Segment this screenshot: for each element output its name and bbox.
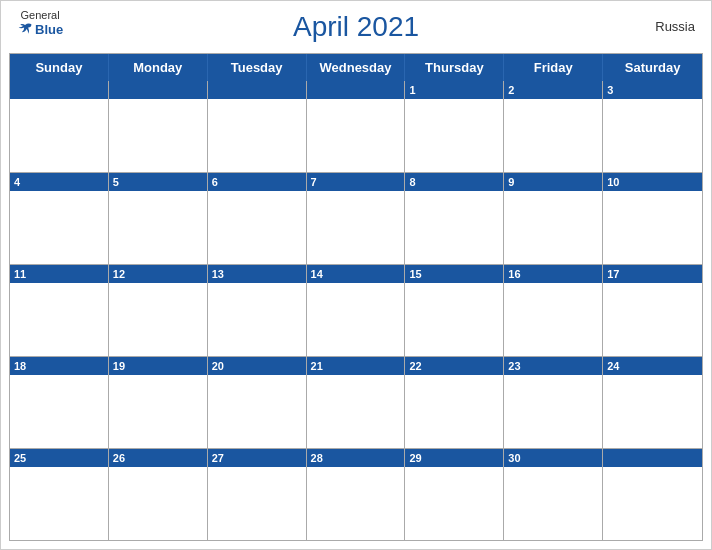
day-cell-27[interactable]: 27 [208, 449, 307, 540]
logo: General Blue [17, 9, 63, 37]
day-cell-18[interactable]: 18 [10, 357, 109, 448]
logo-blue-text: Blue [17, 21, 63, 37]
day-cell-20[interactable]: 20 [208, 357, 307, 448]
day-cell-30[interactable]: 30 [504, 449, 603, 540]
day-cell-10[interactable]: 10 [603, 173, 702, 264]
day-cell-w1-1[interactable] [109, 81, 208, 172]
header-wednesday: Wednesday [307, 54, 406, 81]
week-1: 1 2 3 [10, 81, 702, 173]
day-cell-1[interactable]: 1 [405, 81, 504, 172]
calendar-title: April 2021 [293, 11, 419, 43]
day-cell-w1-2[interactable] [208, 81, 307, 172]
weeks-container: 1 2 3 4 5 6 7 8 9 10 11 12 13 14 15 16 [10, 81, 702, 540]
week-2: 4 5 6 7 8 9 10 [10, 173, 702, 265]
day-cell-24[interactable]: 24 [603, 357, 702, 448]
day-cell-6[interactable]: 6 [208, 173, 307, 264]
header-monday: Monday [109, 54, 208, 81]
logo-general-text: General [21, 9, 60, 21]
day-cell-21[interactable]: 21 [307, 357, 406, 448]
day-cell-16[interactable]: 16 [504, 265, 603, 356]
header-friday: Friday [504, 54, 603, 81]
day-cell-28[interactable]: 28 [307, 449, 406, 540]
day-cell-2[interactable]: 2 [504, 81, 603, 172]
day-cell-w1-0[interactable] [10, 81, 109, 172]
header-tuesday: Tuesday [208, 54, 307, 81]
day-cell-11[interactable]: 11 [10, 265, 109, 356]
header-thursday: Thursday [405, 54, 504, 81]
day-cell-23[interactable]: 23 [504, 357, 603, 448]
day-cell-25[interactable]: 25 [10, 449, 109, 540]
week-4: 18 19 20 21 22 23 24 [10, 357, 702, 449]
calendar-header: General Blue April 2021 Russia [1, 1, 711, 53]
day-cell-7[interactable]: 7 [307, 173, 406, 264]
week-3: 11 12 13 14 15 16 17 [10, 265, 702, 357]
day-cell-4[interactable]: 4 [10, 173, 109, 264]
week-5: 25 26 27 28 29 30 [10, 449, 702, 540]
day-cell-29[interactable]: 29 [405, 449, 504, 540]
day-cell-22[interactable]: 22 [405, 357, 504, 448]
day-cell-5[interactable]: 5 [109, 173, 208, 264]
day-cell-26[interactable]: 26 [109, 449, 208, 540]
day-cell-19[interactable]: 19 [109, 357, 208, 448]
header-saturday: Saturday [603, 54, 702, 81]
page: General Blue April 2021 Russia Sunday Mo… [0, 0, 712, 550]
day-cell-w5-6[interactable] [603, 449, 702, 540]
calendar-grid: Sunday Monday Tuesday Wednesday Thursday… [9, 53, 703, 541]
day-cell-w1-3[interactable] [307, 81, 406, 172]
day-cell-15[interactable]: 15 [405, 265, 504, 356]
day-cell-8[interactable]: 8 [405, 173, 504, 264]
logo-bird-icon [17, 21, 33, 37]
day-cell-17[interactable]: 17 [603, 265, 702, 356]
country-label: Russia [655, 19, 695, 34]
day-cell-14[interactable]: 14 [307, 265, 406, 356]
day-cell-13[interactable]: 13 [208, 265, 307, 356]
day-cell-9[interactable]: 9 [504, 173, 603, 264]
day-headers-row: Sunday Monday Tuesday Wednesday Thursday… [10, 54, 702, 81]
day-cell-3[interactable]: 3 [603, 81, 702, 172]
day-cell-12[interactable]: 12 [109, 265, 208, 356]
header-sunday: Sunday [10, 54, 109, 81]
